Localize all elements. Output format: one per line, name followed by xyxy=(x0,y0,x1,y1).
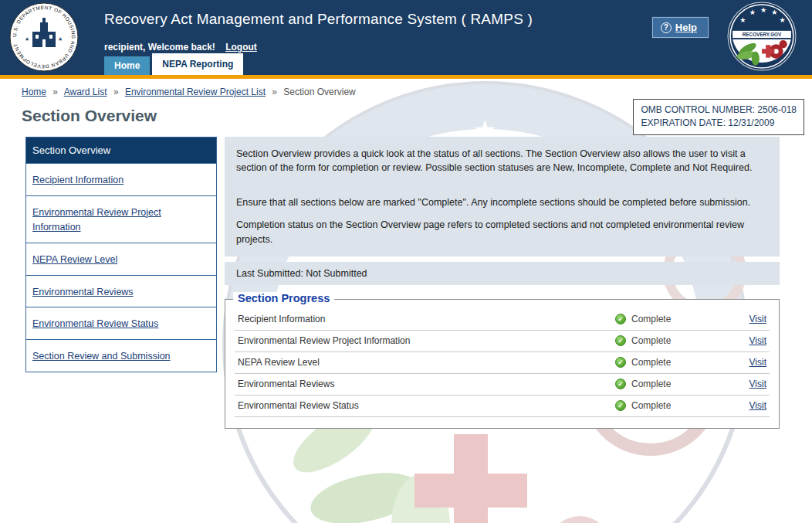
sidebar-item-env-review-project-information[interactable]: Environmental Review Project Information xyxy=(26,195,216,243)
status-label: Complete xyxy=(631,314,671,324)
sidebar-link[interactable]: Environmental Review Project Information xyxy=(32,207,161,233)
visit-link[interactable]: Visit xyxy=(731,379,766,389)
progress-row-name: Environmental Reviews xyxy=(238,379,615,389)
progress-row-status: ✓ Complete xyxy=(615,379,731,389)
omb-box: OMB CONTROL NUMBER: 2506-018 EXPIRATION … xyxy=(633,99,804,135)
breadcrumb-home[interactable]: Home xyxy=(22,87,46,97)
progress-row: Environmental Review Status ✓ Complete V… xyxy=(235,396,770,417)
section-overview-description: Section Overview provides a quick look a… xyxy=(225,137,780,256)
main-content: Section Overview provides a quick look a… xyxy=(225,137,780,429)
svg-text:RECOVERY.GOV: RECOVERY.GOV xyxy=(743,32,782,37)
tab-nepa-reporting[interactable]: NEPA Reporting xyxy=(152,53,243,75)
description-paragraph: Completion status on the Section Overvie… xyxy=(236,218,768,246)
accent-bar xyxy=(0,75,812,79)
progress-row: Environmental Reviews ✓ Complete Visit xyxy=(235,374,770,396)
sidebar-item-environmental-review-status[interactable]: Environmental Review Status xyxy=(26,307,216,339)
sidebar-link[interactable]: Section Review and Submission xyxy=(32,351,171,362)
help-label: Help xyxy=(675,22,697,33)
app-title: Recovery Act Management and Performance … xyxy=(104,11,533,28)
progress-row-name: Environmental Review Project Information xyxy=(238,335,615,346)
progress-row-name: NEPA Review Level xyxy=(238,357,615,368)
progress-row-status: ✓ Complete xyxy=(615,335,731,346)
sidebar-item-environmental-reviews[interactable]: Environmental Reviews xyxy=(26,275,216,307)
description-paragraph: Ensure that all sections below are marke… xyxy=(236,195,768,209)
svg-text:★: ★ xyxy=(760,6,766,14)
primary-tabs: Home NEPA Reporting xyxy=(104,53,243,75)
status-label: Complete xyxy=(631,357,671,368)
section-nav: Section Overview Recipient Information E… xyxy=(25,137,217,372)
visit-link[interactable]: Visit xyxy=(731,400,766,411)
progress-row: NEPA Review Level ✓ Complete Visit xyxy=(235,352,770,374)
breadcrumb-separator: » xyxy=(272,87,277,97)
status-label: Complete xyxy=(631,400,671,411)
breadcrumb-separator: » xyxy=(113,87,119,97)
status-label: Complete xyxy=(631,335,671,346)
visit-link[interactable]: Visit xyxy=(731,314,766,324)
omb-expiration-date: EXPIRATION DATE: 12/31/2009 xyxy=(641,117,797,130)
help-icon: ? xyxy=(661,22,672,33)
sidebar-link[interactable]: Recipient Information xyxy=(32,175,123,185)
help-button[interactable]: ? Help xyxy=(652,17,709,38)
svg-text:★: ★ xyxy=(739,16,746,24)
progress-row-name: Recipient Information xyxy=(238,314,615,324)
sidebar-link[interactable]: NEPA Review Level xyxy=(32,254,117,265)
svg-text:★: ★ xyxy=(25,36,29,42)
progress-row: Environmental Review Project Information… xyxy=(235,331,770,352)
progress-row-status: ✓ Complete xyxy=(615,314,731,324)
description-paragraph: Section Overview provides a quick look a… xyxy=(236,147,768,175)
breadcrumb: Home » Award List » Environmental Review… xyxy=(22,87,812,97)
svg-text:★: ★ xyxy=(780,16,786,24)
sidebar-item-nepa-review-level[interactable]: NEPA Review Level xyxy=(26,243,216,275)
recovery-gov-logo: ★ ★ ★ ★ ★ RECOVERY.GOV xyxy=(727,2,797,71)
breadcrumb-separator: » xyxy=(52,87,58,97)
last-submitted-bar: Last Submitted: Not Submitted xyxy=(225,262,780,285)
app-header: U.S. DEPARTMENT OF HOUSING AND URBAN DEV… xyxy=(0,0,812,75)
svg-text:★: ★ xyxy=(58,36,63,42)
complete-check-icon: ✓ xyxy=(615,314,626,324)
visit-link[interactable]: Visit xyxy=(731,335,766,346)
hud-seal-logo: U.S. DEPARTMENT OF HOUSING AND URBAN DEV… xyxy=(9,2,79,72)
section-progress-box: Section Progress Recipient Information ✓… xyxy=(225,299,780,429)
visit-link[interactable]: Visit xyxy=(731,357,766,368)
complete-check-icon: ✓ xyxy=(615,400,626,411)
breadcrumb-award-list[interactable]: Award List xyxy=(64,87,107,97)
progress-row-status: ✓ Complete xyxy=(615,400,731,411)
breadcrumb-env-review-project-list[interactable]: Environmental Review Project List xyxy=(125,87,266,97)
status-label: Complete xyxy=(631,379,671,389)
complete-check-icon: ✓ xyxy=(615,357,626,368)
sidebar-link[interactable]: Environmental Review Status xyxy=(32,318,158,329)
svg-text:★: ★ xyxy=(771,8,777,16)
sidebar-item-recipient-information[interactable]: Recipient Information xyxy=(26,163,216,195)
breadcrumb-current: Section Overview xyxy=(283,87,355,97)
omb-control-number: OMB CONTROL NUMBER: 2506-018 xyxy=(641,104,797,117)
progress-row-status: ✓ Complete xyxy=(615,357,731,368)
complete-check-icon: ✓ xyxy=(615,335,626,346)
sidebar-item-section-review-and-submission[interactable]: Section Review and Submission xyxy=(26,339,216,372)
welcome-text: recipient, Welcome back! xyxy=(104,42,215,53)
progress-row-name: Environmental Review Status xyxy=(238,400,615,411)
complete-check-icon: ✓ xyxy=(615,379,626,389)
progress-row: Recipient Information ✓ Complete Visit xyxy=(235,309,770,331)
sidebar-link[interactable]: Environmental Reviews xyxy=(32,287,134,297)
logout-link[interactable]: Logout xyxy=(225,42,257,53)
tab-home[interactable]: Home xyxy=(104,56,150,75)
section-progress-legend: Section Progress xyxy=(233,292,334,304)
svg-text:★: ★ xyxy=(749,8,756,16)
sidebar-header: Section Overview xyxy=(26,138,216,163)
